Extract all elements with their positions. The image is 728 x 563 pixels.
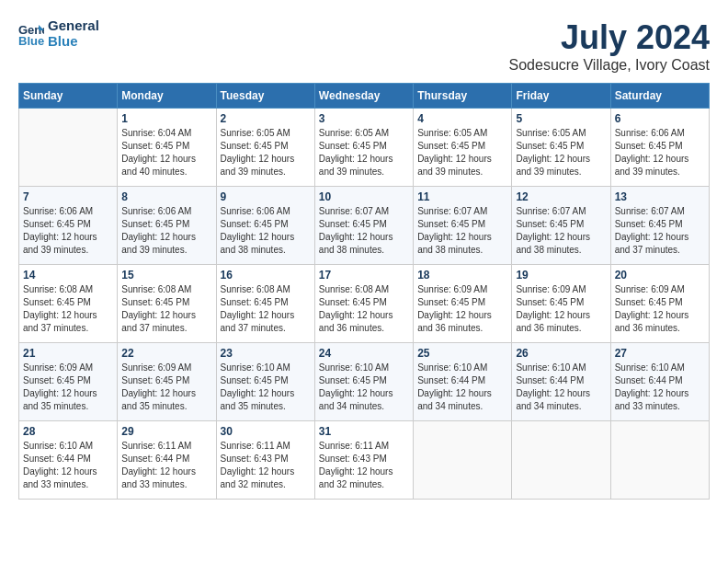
day-number: 12	[516, 190, 606, 203]
day-info: Sunrise: 6:11 AM Sunset: 6:44 PM Dayligh…	[121, 440, 211, 491]
day-number: 11	[417, 190, 507, 203]
calendar-day-cell: 27Sunrise: 6:10 AM Sunset: 6:44 PM Dayli…	[610, 343, 709, 421]
calendar-header-cell: Friday	[512, 84, 610, 109]
day-number: 31	[319, 425, 409, 438]
day-info: Sunrise: 6:08 AM Sunset: 6:45 PM Dayligh…	[121, 283, 211, 335]
location-title: Sodesucre Village, Ivory Coast	[509, 57, 710, 74]
day-number: 3	[319, 112, 409, 125]
calendar-header-cell: Tuesday	[216, 84, 314, 109]
month-title: July 2024	[509, 18, 710, 57]
calendar-day-cell: 8Sunrise: 6:06 AM Sunset: 6:45 PM Daylig…	[118, 187, 216, 265]
day-number: 8	[121, 190, 211, 203]
calendar-day-cell: 7Sunrise: 6:06 AM Sunset: 6:45 PM Daylig…	[19, 187, 118, 265]
day-number: 13	[615, 190, 705, 203]
day-number: 19	[516, 269, 606, 282]
day-number: 16	[221, 269, 311, 282]
day-info: Sunrise: 6:11 AM Sunset: 6:43 PM Dayligh…	[319, 440, 409, 491]
day-info: Sunrise: 6:07 AM Sunset: 6:45 PM Dayligh…	[319, 205, 409, 257]
day-number: 18	[417, 269, 507, 282]
day-number: 6	[615, 112, 705, 125]
calendar-header-row: SundayMondayTuesdayWednesdayThursdayFrid…	[19, 84, 710, 109]
day-info: Sunrise: 6:08 AM Sunset: 6:45 PM Dayligh…	[221, 283, 311, 335]
day-info: Sunrise: 6:06 AM Sunset: 6:45 PM Dayligh…	[121, 205, 211, 257]
calendar-day-cell: 25Sunrise: 6:10 AM Sunset: 6:44 PM Dayli…	[414, 343, 512, 421]
day-number: 14	[23, 269, 113, 282]
calendar-day-cell: 23Sunrise: 6:10 AM Sunset: 6:45 PM Dayli…	[216, 343, 314, 421]
calendar-day-cell: 15Sunrise: 6:08 AM Sunset: 6:45 PM Dayli…	[118, 265, 216, 343]
day-number: 29	[121, 425, 211, 438]
day-info: Sunrise: 6:09 AM Sunset: 6:45 PM Dayligh…	[121, 362, 211, 413]
day-info: Sunrise: 6:09 AM Sunset: 6:45 PM Dayligh…	[417, 283, 507, 335]
calendar-day-cell	[610, 421, 709, 500]
calendar-day-cell: 18Sunrise: 6:09 AM Sunset: 6:45 PM Dayli…	[414, 265, 512, 343]
calendar-day-cell: 30Sunrise: 6:11 AM Sunset: 6:43 PM Dayli…	[216, 421, 314, 500]
logo-line1: General	[48, 18, 99, 34]
calendar-day-cell: 10Sunrise: 6:07 AM Sunset: 6:45 PM Dayli…	[314, 187, 413, 265]
day-info: Sunrise: 6:06 AM Sunset: 6:45 PM Dayligh…	[615, 127, 705, 178]
calendar-day-cell: 28Sunrise: 6:10 AM Sunset: 6:44 PM Dayli…	[19, 421, 118, 500]
calendar-header-cell: Monday	[118, 84, 216, 109]
calendar-day-cell: 5Sunrise: 6:05 AM Sunset: 6:45 PM Daylig…	[512, 109, 610, 187]
calendar-day-cell	[512, 421, 610, 500]
title-block: July 2024 Sodesucre Village, Ivory Coast	[509, 18, 710, 74]
day-info: Sunrise: 6:07 AM Sunset: 6:45 PM Dayligh…	[516, 205, 606, 257]
day-info: Sunrise: 6:06 AM Sunset: 6:45 PM Dayligh…	[221, 205, 311, 257]
day-number: 9	[221, 190, 311, 203]
day-info: Sunrise: 6:10 AM Sunset: 6:45 PM Dayligh…	[221, 362, 311, 413]
day-number: 10	[319, 190, 409, 203]
calendar-week-row: 1Sunrise: 6:04 AM Sunset: 6:45 PM Daylig…	[19, 109, 710, 187]
day-number: 1	[121, 112, 211, 125]
calendar-week-row: 7Sunrise: 6:06 AM Sunset: 6:45 PM Daylig…	[19, 187, 710, 265]
day-info: Sunrise: 6:04 AM Sunset: 6:45 PM Dayligh…	[121, 127, 211, 178]
calendar-day-cell: 20Sunrise: 6:09 AM Sunset: 6:45 PM Dayli…	[610, 265, 709, 343]
calendar-day-cell: 31Sunrise: 6:11 AM Sunset: 6:43 PM Dayli…	[314, 421, 413, 500]
calendar-day-cell: 3Sunrise: 6:05 AM Sunset: 6:45 PM Daylig…	[314, 109, 413, 187]
day-number: 25	[417, 347, 507, 360]
logo-line2: Blue	[48, 34, 99, 50]
day-info: Sunrise: 6:08 AM Sunset: 6:45 PM Dayligh…	[23, 283, 113, 335]
calendar-body: 1Sunrise: 6:04 AM Sunset: 6:45 PM Daylig…	[19, 109, 710, 500]
calendar-table: SundayMondayTuesdayWednesdayThursdayFrid…	[18, 83, 710, 500]
calendar-header-cell: Saturday	[610, 84, 709, 109]
calendar-day-cell: 16Sunrise: 6:08 AM Sunset: 6:45 PM Dayli…	[216, 265, 314, 343]
day-info: Sunrise: 6:06 AM Sunset: 6:45 PM Dayligh…	[23, 205, 113, 257]
day-info: Sunrise: 6:08 AM Sunset: 6:45 PM Dayligh…	[319, 283, 409, 335]
day-info: Sunrise: 6:07 AM Sunset: 6:45 PM Dayligh…	[615, 205, 705, 257]
calendar-day-cell: 22Sunrise: 6:09 AM Sunset: 6:45 PM Dayli…	[118, 343, 216, 421]
day-number: 15	[121, 269, 211, 282]
day-number: 17	[319, 269, 409, 282]
day-info: Sunrise: 6:11 AM Sunset: 6:43 PM Dayligh…	[221, 440, 311, 491]
day-number: 22	[121, 347, 211, 360]
calendar-header-cell: Sunday	[19, 84, 118, 109]
calendar-week-row: 28Sunrise: 6:10 AM Sunset: 6:44 PM Dayli…	[19, 421, 710, 500]
calendar-day-cell: 14Sunrise: 6:08 AM Sunset: 6:45 PM Dayli…	[19, 265, 118, 343]
day-number: 28	[23, 425, 113, 438]
day-info: Sunrise: 6:09 AM Sunset: 6:45 PM Dayligh…	[516, 283, 606, 335]
day-info: Sunrise: 6:05 AM Sunset: 6:45 PM Dayligh…	[221, 127, 311, 178]
logo: General Blue General Blue	[18, 18, 99, 49]
calendar-week-row: 14Sunrise: 6:08 AM Sunset: 6:45 PM Dayli…	[19, 265, 710, 343]
day-number: 20	[615, 269, 705, 282]
calendar-day-cell: 1Sunrise: 6:04 AM Sunset: 6:45 PM Daylig…	[118, 109, 216, 187]
day-info: Sunrise: 6:05 AM Sunset: 6:45 PM Dayligh…	[319, 127, 409, 178]
calendar-day-cell: 17Sunrise: 6:08 AM Sunset: 6:45 PM Dayli…	[314, 265, 413, 343]
calendar-day-cell: 19Sunrise: 6:09 AM Sunset: 6:45 PM Dayli…	[512, 265, 610, 343]
calendar-day-cell: 21Sunrise: 6:09 AM Sunset: 6:45 PM Dayli…	[19, 343, 118, 421]
day-number: 4	[417, 112, 507, 125]
calendar-day-cell: 13Sunrise: 6:07 AM Sunset: 6:45 PM Dayli…	[610, 187, 709, 265]
calendar-day-cell: 26Sunrise: 6:10 AM Sunset: 6:44 PM Dayli…	[512, 343, 610, 421]
calendar-day-cell: 6Sunrise: 6:06 AM Sunset: 6:45 PM Daylig…	[610, 109, 709, 187]
day-info: Sunrise: 6:10 AM Sunset: 6:44 PM Dayligh…	[23, 440, 113, 491]
day-info: Sunrise: 6:10 AM Sunset: 6:44 PM Dayligh…	[516, 362, 606, 413]
page-header: General Blue General Blue July 2024 Sode…	[18, 18, 710, 74]
svg-text:Blue: Blue	[18, 34, 44, 47]
day-info: Sunrise: 6:09 AM Sunset: 6:45 PM Dayligh…	[615, 283, 705, 335]
calendar-day-cell: 2Sunrise: 6:05 AM Sunset: 6:45 PM Daylig…	[216, 109, 314, 187]
day-info: Sunrise: 6:10 AM Sunset: 6:44 PM Dayligh…	[615, 362, 705, 413]
day-number: 24	[319, 347, 409, 360]
day-info: Sunrise: 6:10 AM Sunset: 6:44 PM Dayligh…	[417, 362, 507, 413]
day-number: 2	[221, 112, 311, 125]
day-number: 23	[221, 347, 311, 360]
day-info: Sunrise: 6:05 AM Sunset: 6:45 PM Dayligh…	[417, 127, 507, 178]
calendar-day-cell: 24Sunrise: 6:10 AM Sunset: 6:45 PM Dayli…	[314, 343, 413, 421]
